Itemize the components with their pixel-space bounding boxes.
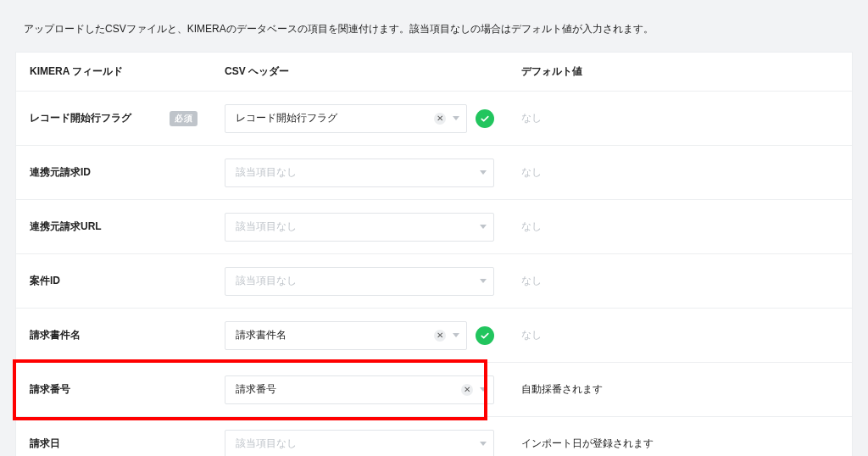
select-value: 該当項目なし [236,437,297,451]
csv-header-select[interactable]: 該当項目なし [225,430,494,457]
chevron-down-icon [480,442,487,446]
select-value: 請求番号 [236,382,276,397]
field-cell: 案件ID [16,262,211,300]
field-cell: レコード開始行フラグ必須 [16,99,211,138]
select-controls: ✕ [434,113,459,125]
required-badge: 必須 [170,111,198,126]
default-value: 自動採番されます [508,370,852,409]
field-label: 連携元請求URL [30,220,102,234]
default-value: なし [508,262,852,300]
table-row: 請求番号請求番号✕自動採番されます [16,363,852,417]
field-cell: 請求番号 [16,370,211,409]
field-label: レコード開始行フラグ [30,111,131,125]
field-label: 請求日 [30,437,60,451]
select-controls: ✕ [434,330,459,342]
csv-cell: 該当項目なし [211,259,508,304]
select-value: 該当項目なし [236,220,297,234]
chevron-down-icon [480,387,487,392]
select-controls [480,225,487,229]
field-label: 請求書件名 [30,328,81,342]
csv-header-select[interactable]: 請求書件名✕ [225,321,467,350]
table-row: レコード開始行フラグ必須レコード開始行フラグ✕なし [16,92,852,146]
table-header: KIMERA フィールド CSV ヘッダー デフォルト値 [16,53,852,92]
mapping-table: KIMERA フィールド CSV ヘッダー デフォルト値 レコード開始行フラグ必… [15,52,853,456]
default-value: なし [508,208,852,246]
csv-header-select[interactable]: 請求番号✕ [225,375,494,404]
chevron-down-icon [453,116,459,120]
intro-text: アップロードしたCSVファイルと、KIMERAのデータベースの項目を関連付けます… [0,0,868,52]
default-value: なし [508,99,852,137]
default-value: インポート日が登録されます [508,425,852,456]
csv-header-select[interactable]: 該当項目なし [225,213,494,242]
csv-cell: 請求書件名✕ [211,313,508,359]
header-default: デフォルト値 [508,53,852,91]
csv-header-select[interactable]: レコード開始行フラグ✕ [225,104,467,133]
clear-icon[interactable]: ✕ [434,113,446,125]
field-label: 案件ID [30,274,60,288]
csv-cell: レコード開始行フラグ✕ [211,96,508,142]
csv-header-select[interactable]: 該当項目なし [225,267,494,296]
field-cell: 連携元請求URL [16,208,211,246]
select-value: 該当項目なし [236,165,297,180]
clear-icon[interactable]: ✕ [434,330,446,342]
field-cell: 請求書件名 [16,316,211,354]
table-row: 案件ID該当項目なしなし [16,254,852,309]
csv-cell: 該当項目なし [211,204,508,250]
field-label: 請求番号 [30,382,70,397]
check-icon [476,109,494,128]
default-value: なし [508,316,852,354]
select-value: 該当項目なし [236,274,297,288]
field-cell: 連携元請求ID [16,153,211,192]
chevron-down-icon [480,170,487,175]
chevron-down-icon [453,333,459,337]
select-value: レコード開始行フラグ [236,111,337,125]
header-csv: CSV ヘッダー [211,53,508,91]
default-value: なし [508,153,852,192]
field-cell: 請求日 [16,425,211,456]
select-controls [480,170,487,175]
table-row: 連携元請求URL該当項目なしなし [16,200,852,254]
csv-cell: 請求番号✕ [211,367,508,413]
table-row: 請求日該当項目なしインポート日が登録されます [16,417,852,456]
field-label: 連携元請求ID [30,165,91,180]
check-icon [476,326,494,345]
select-value: 請求書件名 [236,328,287,342]
table-row: 請求書件名請求書件名✕なし [16,309,852,363]
chevron-down-icon [480,279,487,283]
csv-cell: 該当項目なし [211,150,508,196]
select-controls [480,279,487,283]
csv-cell: 該当項目なし [211,421,508,457]
select-controls [480,442,487,446]
csv-header-select[interactable]: 該当項目なし [225,158,494,187]
select-controls: ✕ [461,384,487,396]
header-field: KIMERA フィールド [16,53,211,91]
chevron-down-icon [480,225,487,229]
clear-icon[interactable]: ✕ [461,384,473,396]
table-row: 連携元請求ID該当項目なしなし [16,146,852,200]
